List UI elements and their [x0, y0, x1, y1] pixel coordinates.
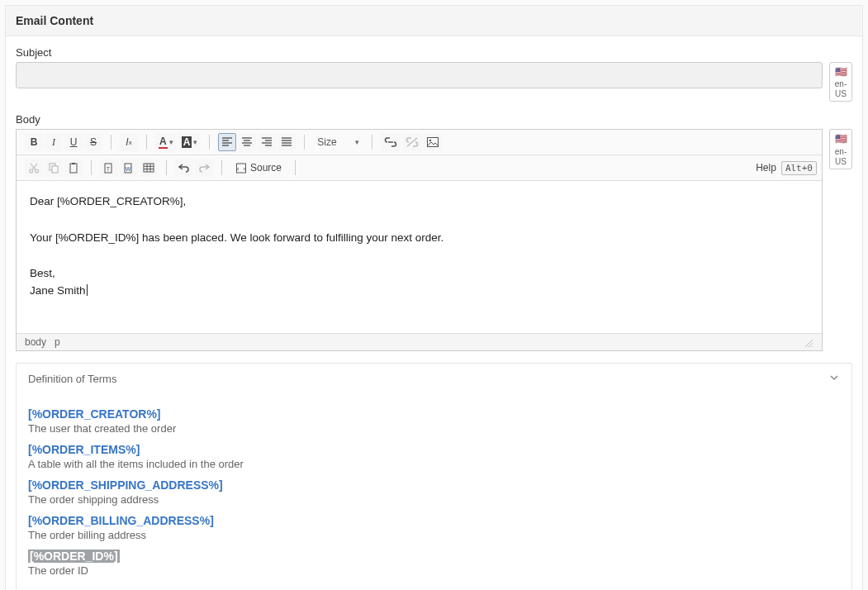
font-size-label: Size [317, 136, 336, 148]
editor-line: Best, [30, 264, 809, 283]
rich-text-editor: B I U S Ix A▾ [16, 129, 823, 351]
definition-term: [%ORDER_BILLING_ADDRESS%]The order billi… [28, 514, 840, 541]
svg-rect-25 [52, 166, 58, 173]
align-justify-button[interactable] [277, 133, 296, 151]
editor-line [30, 246, 809, 264]
subject-locale-selector[interactable]: 🇺🇸 en-US [829, 62, 852, 102]
text-color-button[interactable]: A▾ [155, 133, 177, 151]
copy-button[interactable] [45, 159, 63, 177]
us-flag-icon: 🇺🇸 [832, 66, 850, 78]
us-flag-icon: 🇺🇸 [832, 133, 850, 145]
subject-label: Subject [16, 46, 852, 59]
paste-word-button[interactable]: W [120, 159, 138, 177]
svg-rect-26 [70, 164, 77, 173]
status-element-path[interactable]: bodyp [25, 336, 69, 348]
editor-line [30, 211, 809, 229]
term-description: The order shipping address [28, 493, 840, 506]
editor-line: Dear [%ORDER_CREATOR%], [30, 193, 809, 211]
help-label[interactable]: Help [756, 162, 776, 174]
svg-rect-27 [72, 163, 75, 164]
chevron-down-icon: ▾ [355, 138, 359, 146]
term-description: The user that created the order [28, 422, 840, 435]
definition-term: [%ORDER_ID%]The order ID [28, 550, 840, 577]
svg-point-21 [36, 169, 39, 173]
term-placeholder[interactable]: [%ORDER_CREATOR%] [28, 407, 161, 421]
cut-button[interactable] [25, 159, 43, 177]
bg-color-button[interactable]: A▾ [178, 133, 202, 151]
editor-status-bar: bodyp [17, 333, 822, 350]
redo-button[interactable] [195, 159, 213, 177]
underline-button[interactable]: U [64, 133, 83, 151]
svg-line-38 [805, 340, 813, 347]
term-placeholder[interactable]: [%ORDER_SHIPPING_ADDRESS%] [28, 478, 223, 492]
table-button[interactable] [140, 159, 158, 177]
help-shortcut: Alt+0 [781, 161, 817, 175]
status-path-segment[interactable]: body [25, 336, 46, 348]
editor-toolbar-row-1: B I U S Ix A▾ [17, 130, 822, 155]
term-description: A table with all the items included in t… [28, 458, 840, 470]
source-icon [235, 162, 247, 174]
resize-handle-icon[interactable] [802, 336, 813, 348]
panel-body: Subject 🇺🇸 en-US Body [6, 36, 862, 590]
email-content-panel: Email Content Subject 🇺🇸 en-US Body [5, 5, 863, 590]
editor-content-area[interactable]: Dear [%ORDER_CREATOR%], Your [%ORDER_ID%… [17, 181, 822, 333]
term-description: The order billing address [28, 529, 840, 541]
paste-text-button[interactable]: T [100, 159, 118, 177]
definitions-header[interactable]: Definition of Terms [17, 364, 851, 394]
subject-field-group: Subject 🇺🇸 en-US [16, 46, 852, 102]
paste-button[interactable] [64, 159, 83, 177]
unlink-button[interactable] [402, 133, 422, 151]
svg-text:W: W [126, 166, 131, 172]
remove-format-button[interactable]: Ix [120, 133, 138, 151]
undo-button[interactable] [175, 159, 193, 177]
chevron-down-icon [828, 372, 840, 386]
definitions-body: [%ORDER_CREATOR%]The user that created t… [17, 394, 851, 590]
svg-point-19 [429, 140, 430, 141]
definition-term: [%ORDER_ITEMS%]A table with all the item… [28, 443, 840, 470]
definitions-title: Definition of Terms [28, 373, 116, 385]
image-button[interactable] [424, 133, 442, 151]
source-button[interactable]: Source [230, 159, 287, 177]
subject-input[interactable] [16, 62, 823, 88]
svg-line-40 [812, 346, 813, 347]
svg-point-20 [30, 169, 33, 173]
editor-line: Your [%ORDER_ID%] has been placed. We lo… [30, 229, 809, 247]
link-button[interactable] [381, 133, 401, 151]
italic-button[interactable]: I [45, 133, 63, 151]
source-label: Source [250, 162, 282, 174]
align-center-button[interactable] [238, 133, 256, 151]
body-field-group: Body B I U S [16, 113, 852, 351]
term-placeholder[interactable]: [%ORDER_ITEMS%] [28, 443, 140, 456]
svg-rect-32 [144, 164, 154, 172]
help-area: Help Alt+0 [756, 161, 817, 175]
term-description: The order ID [28, 564, 840, 577]
definitions-accordion: Definition of Terms [%ORDER_CREATOR%]The… [16, 363, 852, 590]
definition-term: [%ORDER_SHIPPING_ADDRESS%]The order ship… [28, 478, 840, 506]
body-locale-selector[interactable]: 🇺🇸 en-US [829, 129, 852, 169]
status-path-segment[interactable]: p [55, 336, 60, 348]
term-placeholder[interactable]: [%ORDER_BILLING_ADDRESS%] [28, 514, 214, 527]
locale-code: en-US [835, 79, 847, 98]
svg-rect-18 [427, 138, 438, 147]
editor-toolbar-row-2: T W [17, 155, 822, 181]
svg-text:T: T [107, 166, 111, 172]
term-placeholder[interactable]: [%ORDER_ID%] [28, 550, 120, 563]
body-label: Body [16, 113, 852, 126]
font-size-select[interactable]: Size ▾ [313, 133, 363, 151]
align-left-button[interactable] [218, 133, 236, 151]
definition-term: [%ORDER_CREATOR%]The user that created t… [28, 407, 840, 435]
strike-button[interactable]: S [84, 133, 102, 151]
editor-line: Jane Smith [30, 282, 809, 300]
align-right-button[interactable] [258, 133, 276, 151]
bold-button[interactable]: B [25, 133, 43, 151]
locale-code: en-US [835, 147, 847, 166]
panel-title: Email Content [6, 6, 862, 36]
